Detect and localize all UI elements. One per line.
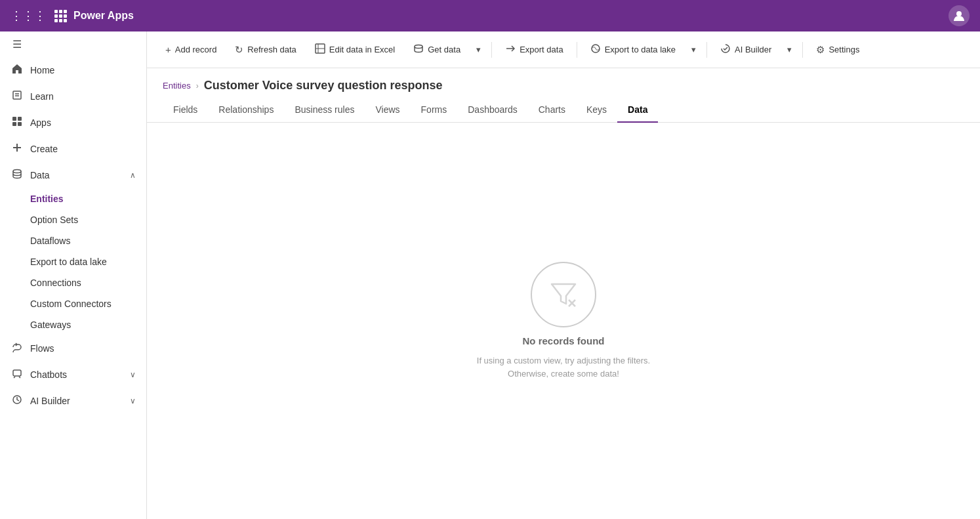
- home-icon: [10, 64, 24, 77]
- tab-keys[interactable]: Keys: [576, 98, 617, 123]
- svg-rect-1: [59, 10, 62, 13]
- custom-connectors-label: Custom Connectors: [30, 299, 112, 309]
- export-lake-dropdown[interactable]: ▾: [686, 41, 701, 58]
- export-lake-icon: [590, 43, 601, 56]
- export-lake-label: Export to data lake: [605, 45, 676, 54]
- topbar-right: [949, 5, 970, 26]
- sidebar-home-label: Home: [30, 65, 136, 75]
- settings-label: Settings: [828, 45, 859, 54]
- sidebar-sub-connections[interactable]: Connections: [0, 272, 146, 293]
- ai-builder-btn-label: AI Builder: [735, 45, 771, 54]
- toolbar-divider-3: [706, 42, 707, 58]
- tab-charts[interactable]: Charts: [528, 98, 576, 123]
- breadcrumb-current: Customer Voice survey question response: [204, 79, 443, 93]
- empty-subtitle-line2: Otherwise, create some data!: [508, 369, 619, 379]
- get-data-button[interactable]: Get data: [405, 39, 468, 60]
- sidebar-data-label: Data: [30, 170, 123, 180]
- add-record-button[interactable]: + Add record: [157, 40, 224, 59]
- export-data-lake-label: Export to data lake: [30, 257, 107, 267]
- ai-icon: [720, 43, 731, 56]
- tab-dashboards[interactable]: Dashboards: [457, 98, 528, 123]
- toolbar-divider-4: [802, 42, 803, 58]
- flows-icon: [10, 342, 24, 355]
- sidebar-hamburger[interactable]: ☰: [0, 31, 146, 57]
- excel-icon: [315, 43, 325, 56]
- export-data-button[interactable]: Export data: [497, 39, 571, 60]
- sidebar-item-ai-builder[interactable]: AI Builder ∨: [0, 388, 146, 414]
- connections-label: Connections: [30, 278, 81, 288]
- option-sets-label: Option Sets: [30, 215, 78, 225]
- sidebar-sub-custom-connectors[interactable]: Custom Connectors: [0, 293, 146, 314]
- sidebar-sub-gateways[interactable]: Gateways: [0, 314, 146, 335]
- svg-rect-3: [54, 14, 58, 18]
- sidebar-sub-option-sets[interactable]: Option Sets: [0, 209, 146, 230]
- svg-rect-4: [59, 14, 62, 18]
- chatbots-icon: [10, 368, 24, 381]
- sidebar-sub-dataflows[interactable]: Dataflows: [0, 230, 146, 251]
- sidebar-item-chatbots[interactable]: Chatbots ∨: [0, 362, 146, 388]
- sidebar-item-learn[interactable]: Learn: [0, 83, 146, 110]
- sidebar-item-flows[interactable]: Flows: [0, 335, 146, 362]
- tab-views[interactable]: Views: [365, 98, 410, 123]
- svg-rect-15: [12, 122, 16, 126]
- export-data-label: Export data: [520, 45, 563, 54]
- empty-icon-circle: [531, 262, 596, 327]
- sidebar-item-apps[interactable]: Apps: [0, 110, 146, 136]
- tab-fields[interactable]: Fields: [163, 98, 208, 123]
- edit-excel-button[interactable]: Edit data in Excel: [307, 39, 403, 60]
- chatbots-chevron-icon: ∨: [130, 370, 136, 379]
- sidebar-item-home[interactable]: Home: [0, 57, 146, 83]
- tab-forms[interactable]: Forms: [411, 98, 458, 123]
- sidebar-learn-label: Learn: [30, 91, 136, 102]
- tab-data[interactable]: Data: [617, 98, 658, 123]
- ai-builder-dropdown[interactable]: ▾: [782, 41, 797, 58]
- tab-fields-label: Fields: [173, 104, 197, 115]
- apps-icon: [10, 116, 24, 129]
- sidebar-item-data[interactable]: Data ∧: [0, 162, 146, 188]
- sidebar-create-label: Create: [30, 144, 136, 154]
- svg-rect-14: [18, 117, 22, 121]
- refresh-data-label: Refresh data: [247, 45, 296, 54]
- svg-rect-6: [54, 19, 58, 22]
- sidebar-sub-entities[interactable]: Entities: [0, 188, 146, 209]
- dataflows-label: Dataflows: [30, 236, 70, 246]
- empty-subtitle-line1: If using a custom view, try adjusting th…: [477, 356, 650, 365]
- breadcrumb-chevron-icon: ›: [196, 81, 199, 91]
- flows-label: Flows: [30, 343, 136, 354]
- tab-dashboards-label: Dashboards: [468, 104, 518, 115]
- export-icon: [505, 43, 516, 56]
- sidebar: ☰ Home Learn Apps Create: [0, 31, 147, 519]
- svg-rect-16: [18, 122, 22, 126]
- svg-rect-10: [13, 91, 21, 99]
- svg-point-25: [415, 45, 422, 49]
- content-area: + Add record ↻ Refresh data Edit data in…: [147, 31, 980, 519]
- get-data-label: Get data: [428, 45, 460, 54]
- breadcrumb: Entities › Customer Voice survey questio…: [147, 68, 980, 98]
- sidebar-item-create[interactable]: Create: [0, 136, 146, 162]
- data-icon: [10, 169, 24, 182]
- gateways-label: Gateways: [30, 320, 71, 330]
- sidebar-sub-export-data-lake[interactable]: Export to data lake: [0, 251, 146, 272]
- grid-icon[interactable]: ⋮⋮⋮: [10, 9, 46, 23]
- breadcrumb-parent-link[interactable]: Entities: [163, 81, 191, 91]
- add-record-label: Add record: [175, 45, 217, 54]
- refresh-data-button[interactable]: ↻ Refresh data: [227, 40, 304, 60]
- tab-business-rules[interactable]: Business rules: [284, 98, 365, 123]
- empty-state: No records found If using a custom view,…: [147, 123, 980, 519]
- ai-builder-button[interactable]: AI Builder: [712, 39, 779, 60]
- apps-waffle-icon[interactable]: [54, 9, 67, 22]
- entities-label: Entities: [30, 194, 64, 204]
- hamburger-icon: ☰: [10, 38, 24, 51]
- get-data-dropdown[interactable]: ▾: [471, 41, 486, 58]
- data-chevron-icon: ∧: [130, 171, 136, 180]
- add-icon: +: [165, 44, 171, 55]
- export-lake-button[interactable]: Export to data lake: [582, 39, 684, 60]
- page-content: Entities › Customer Voice survey questio…: [147, 68, 980, 519]
- ai-builder-icon: [10, 394, 24, 407]
- sidebar-apps-label: Apps: [30, 117, 136, 128]
- avatar[interactable]: [949, 5, 970, 26]
- svg-rect-13: [12, 117, 16, 121]
- settings-button[interactable]: ⚙ Settings: [808, 40, 867, 60]
- tab-relationships[interactable]: Relationships: [208, 98, 284, 123]
- empty-title: No records found: [522, 335, 604, 346]
